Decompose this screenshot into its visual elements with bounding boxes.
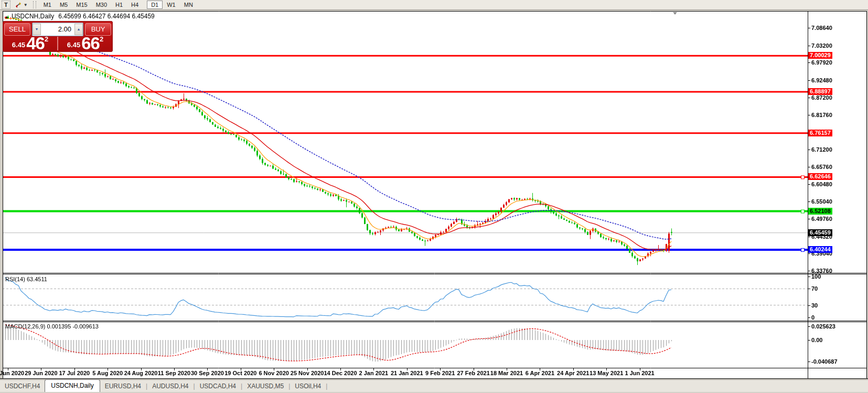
timeframe-button-group: M1M5M15M30H1H4D1W1MN (39, 1, 201, 9)
price-axis-label: 6.55040 (811, 198, 832, 205)
timeframe-button-w1[interactable]: W1 (163, 1, 180, 9)
text-tool-button[interactable]: T (2, 1, 10, 9)
macd-indicator-label: MACD(12,26,9) 0.001395 -0.009613 (5, 323, 99, 330)
price-axis-label: 6.60480 (811, 181, 832, 187)
one-click-trading-panel: SELL ▼ 2.00 ▲ BUY 6.45 46 2 6.45 66 2 (3, 21, 113, 52)
macd-axis-label: 0.00 (811, 337, 822, 343)
timeframe-button-h1[interactable]: H1 (111, 1, 127, 9)
down-arrow-icon: ▼ (35, 27, 39, 31)
price-divider (57, 37, 58, 50)
volume-input[interactable]: 2.00 (41, 25, 74, 33)
chart-tab-bar: USDCHF,H4USDCNH,DailyEURUSD,H4|AUDUSD,H4… (0, 379, 868, 392)
price-axis-label: 6.81760 (811, 112, 832, 118)
chart-tab-usoil-h4[interactable]: USOil,H4 (290, 381, 326, 392)
rsi-axis-label: 100 (811, 273, 821, 280)
sell-price-pips: 46 (26, 37, 45, 50)
toolbar: T ▼ M1M5M15M30H1H4D1W1MN (0, 0, 868, 10)
hline-price-badge: 6.62646 (808, 173, 832, 180)
timeframe-button-m1[interactable]: M1 (39, 1, 56, 9)
price-axis-label: 6.92480 (811, 77, 832, 83)
price-axis-label: 7.03200 (811, 43, 832, 49)
price-axis-label: 6.49760 (811, 216, 832, 222)
buy-price-pipette: 2 (100, 36, 103, 43)
buy-price-pips: 66 (81, 37, 100, 50)
macd-axis-label: -0.040687 (811, 358, 838, 365)
buy-price-display[interactable]: 6.45 66 2 (59, 36, 111, 51)
timeframe-button-m30[interactable]: M30 (92, 1, 111, 9)
rsi-indicator-label: RSI(14) 63.4511 (5, 276, 47, 282)
price-axis-label: 7.08640 (811, 25, 832, 31)
arrow-tools-icon[interactable] (15, 2, 22, 8)
hline-price-badge: 7.00029 (808, 52, 832, 59)
current-price-badge: 6.45459 (808, 229, 832, 236)
sell-price-display[interactable]: 6.45 46 2 (4, 36, 56, 51)
chart-symbol-label: USDCNH,Daily (12, 13, 54, 20)
timeframe-button-h4[interactable]: H4 (127, 1, 143, 9)
timeframe-button-m5[interactable]: M5 (56, 1, 72, 9)
toolbar-grip (33, 1, 36, 8)
sell-price-pipette: 2 (45, 36, 48, 43)
price-chart-canvas[interactable] (0, 0, 868, 393)
sell-price-base: 6.45 (12, 40, 25, 50)
hline-price-badge: 6.76157 (808, 130, 832, 136)
chart-tab-xauusd-m5[interactable]: XAUUSD,M5 (242, 381, 288, 392)
rsi-axis-label: 0 (811, 314, 815, 321)
chart-ohlc-quotes: 6.45699 6.46427 6.44694 6.45459 (58, 13, 155, 20)
application-window: T ▼ M1M5M15M30H1H4D1W1MN ▲USDCNH,Daily6.… (0, 0, 868, 393)
hline-price-badge: 6.40244 (808, 246, 832, 253)
timeframe-button-d1[interactable]: D1 (147, 1, 163, 9)
price-axis-label: 6.65760 (811, 164, 832, 170)
price-axis-label: 6.97920 (811, 59, 832, 66)
macd-axis-label: 0.025623 (811, 323, 835, 330)
chart-tab-eurusd-h4[interactable]: EURUSD,H4 (100, 381, 146, 392)
dropdown-caret-icon[interactable]: ▼ (24, 3, 28, 7)
chart-tab-audusd-h4[interactable]: AUDUSD,H4 (147, 381, 193, 392)
chart-tab-usdchf-h4[interactable]: USDCHF,H4 (0, 381, 45, 392)
price-axis-label: 6.87200 (811, 94, 832, 101)
hline-price-badge: 6.52108 (808, 208, 832, 215)
rsi-axis-label: 30 (811, 302, 818, 309)
chart-tab-usdcnh-daily[interactable]: USDCNH,Daily (45, 379, 100, 392)
chart-title: ▲USDCNH,Daily6.45699 6.46427 6.44694 6.4… (5, 13, 155, 20)
price-axis-label: 6.71200 (811, 146, 832, 153)
timeframe-button-m15[interactable]: M15 (72, 1, 91, 9)
date-axis-label: 1 Jun 2021 (619, 370, 661, 376)
up-arrow-icon: ▲ (77, 27, 81, 31)
chart-tab-usdcad-h4[interactable]: USDCAD,H4 (195, 381, 241, 392)
timeframe-button-mn[interactable]: MN (180, 1, 197, 9)
buy-price-base: 6.45 (67, 40, 80, 50)
hline-price-badge: 6.88897 (808, 88, 832, 95)
rsi-axis-label: 70 (811, 285, 818, 292)
collapse-triangle-icon[interactable]: ▲ (5, 15, 9, 19)
tab-separator: | (326, 383, 327, 390)
